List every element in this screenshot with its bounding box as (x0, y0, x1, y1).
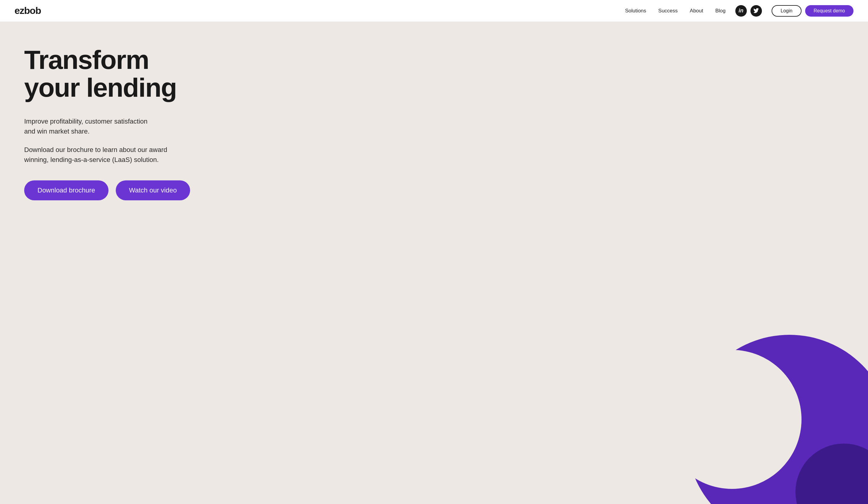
nav-links: Solutions Success About Blog (625, 8, 726, 14)
circle-cutout (662, 350, 802, 489)
linkedin-icon[interactable]: in (735, 5, 747, 17)
hero-description: Download our brochure to learn about our… (24, 145, 236, 165)
nav-item-blog[interactable]: Blog (715, 8, 726, 14)
hero-buttons: Download brochure Watch our video (24, 180, 236, 200)
nav-item-solutions[interactable]: Solutions (625, 8, 646, 14)
nav-actions: Login Request demo (772, 5, 854, 17)
twitter-icon[interactable] (751, 5, 762, 17)
download-brochure-button[interactable]: Download brochure (24, 180, 108, 200)
nav-item-success[interactable]: Success (658, 8, 678, 14)
login-button[interactable]: Login (772, 5, 802, 17)
social-links: in (735, 5, 762, 17)
brand-logo[interactable]: ezbob (14, 5, 41, 16)
hero-title: Transform your lending (24, 46, 236, 102)
navbar: ezbob Solutions Success About Blog in Lo… (0, 0, 868, 22)
hero-subtitle: Improve profitability, customer satisfac… (24, 116, 236, 136)
hero-section: Transform your lending Improve profitabi… (0, 22, 868, 504)
decorative-circles (687, 335, 868, 504)
request-demo-button[interactable]: Request demo (805, 5, 854, 17)
nav-item-about[interactable]: About (690, 8, 703, 14)
hero-content: Transform your lending Improve profitabi… (24, 46, 236, 200)
watch-video-button[interactable]: Watch our video (116, 180, 190, 200)
